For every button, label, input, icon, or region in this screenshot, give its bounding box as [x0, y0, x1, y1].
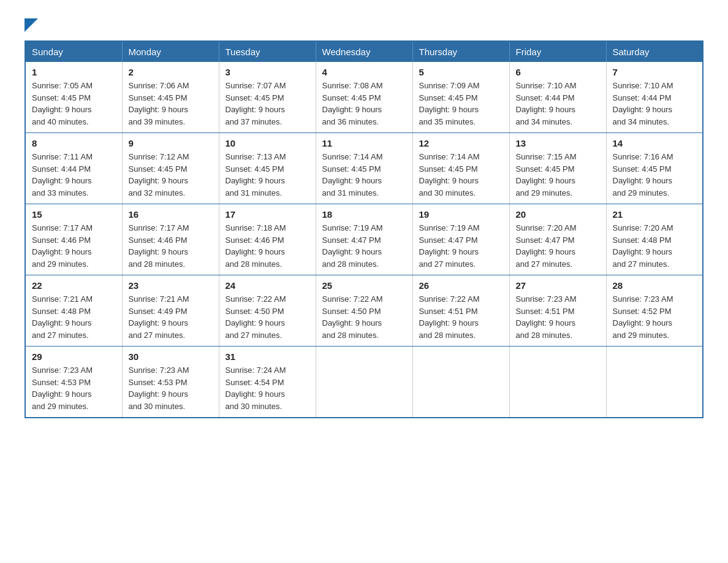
day-info: Sunrise: 7:06 AMSunset: 4:45 PMDaylight:…	[129, 80, 213, 128]
calendar-cell: 31Sunrise: 7:24 AMSunset: 4:54 PMDayligh…	[219, 347, 316, 418]
day-info: Sunrise: 7:21 AMSunset: 4:49 PMDaylight:…	[129, 293, 213, 341]
calendar-cell	[412, 347, 509, 418]
day-info: Sunrise: 7:23 AMSunset: 4:53 PMDaylight:…	[32, 364, 116, 412]
calendar-cell: 3Sunrise: 7:07 AMSunset: 4:45 PMDaylight…	[219, 62, 316, 133]
day-info: Sunrise: 7:10 AMSunset: 4:44 PMDaylight:…	[516, 80, 600, 128]
calendar-cell: 15Sunrise: 7:17 AMSunset: 4:46 PMDayligh…	[25, 204, 122, 275]
day-number: 16	[129, 209, 213, 220]
weekday-header-sunday: Sunday	[25, 41, 122, 62]
weekday-header-friday: Friday	[509, 41, 606, 62]
day-info: Sunrise: 7:15 AMSunset: 4:45 PMDaylight:…	[516, 151, 600, 199]
calendar-cell: 19Sunrise: 7:19 AMSunset: 4:47 PMDayligh…	[412, 204, 509, 275]
day-number: 10	[226, 138, 309, 148]
day-number: 19	[419, 209, 503, 220]
page-header	[25, 18, 703, 29]
day-number: 17	[226, 209, 309, 220]
calendar-cell: 12Sunrise: 7:14 AMSunset: 4:45 PMDayligh…	[412, 133, 509, 204]
day-info: Sunrise: 7:19 AMSunset: 4:47 PMDaylight:…	[419, 222, 503, 270]
day-info: Sunrise: 7:09 AMSunset: 4:45 PMDaylight:…	[419, 80, 503, 128]
day-info: Sunrise: 7:21 AMSunset: 4:48 PMDaylight:…	[32, 293, 116, 341]
day-number: 27	[516, 280, 600, 291]
day-number: 6	[516, 67, 600, 77]
day-info: Sunrise: 7:17 AMSunset: 4:46 PMDaylight:…	[32, 222, 116, 270]
calendar-cell: 5Sunrise: 7:09 AMSunset: 4:45 PMDaylight…	[412, 62, 509, 133]
calendar-cell	[316, 347, 412, 418]
calendar-cell: 1Sunrise: 7:05 AMSunset: 4:45 PMDaylight…	[25, 62, 122, 133]
logo-arrow-icon	[25, 18, 38, 32]
logo	[25, 18, 38, 29]
calendar-cell: 8Sunrise: 7:11 AMSunset: 4:44 PMDaylight…	[25, 133, 122, 204]
day-number: 13	[516, 138, 600, 148]
day-info: Sunrise: 7:22 AMSunset: 4:51 PMDaylight:…	[419, 293, 503, 341]
day-number: 25	[322, 280, 406, 291]
calendar-cell: 18Sunrise: 7:19 AMSunset: 4:47 PMDayligh…	[316, 204, 412, 275]
day-info: Sunrise: 7:11 AMSunset: 4:44 PMDaylight:…	[32, 151, 116, 199]
weekday-header-saturday: Saturday	[606, 41, 703, 62]
weekday-header-tuesday: Tuesday	[219, 41, 316, 62]
calendar-cell	[606, 347, 703, 418]
calendar-cell: 21Sunrise: 7:20 AMSunset: 4:48 PMDayligh…	[606, 204, 703, 275]
day-info: Sunrise: 7:10 AMSunset: 4:44 PMDaylight:…	[613, 80, 697, 128]
day-number: 29	[32, 351, 116, 362]
calendar-cell: 25Sunrise: 7:22 AMSunset: 4:50 PMDayligh…	[316, 275, 412, 347]
day-number: 12	[419, 138, 503, 148]
day-info: Sunrise: 7:20 AMSunset: 4:47 PMDaylight:…	[516, 222, 600, 270]
day-number: 26	[419, 280, 503, 291]
day-number: 5	[419, 67, 503, 77]
weekday-header-wednesday: Wednesday	[316, 41, 412, 62]
day-info: Sunrise: 7:23 AMSunset: 4:51 PMDaylight:…	[516, 293, 600, 341]
day-info: Sunrise: 7:08 AMSunset: 4:45 PMDaylight:…	[322, 80, 406, 128]
day-number: 4	[322, 67, 406, 77]
calendar-cell: 16Sunrise: 7:17 AMSunset: 4:46 PMDayligh…	[122, 204, 219, 275]
calendar-cell: 26Sunrise: 7:22 AMSunset: 4:51 PMDayligh…	[412, 275, 509, 347]
day-number: 7	[613, 67, 697, 77]
day-number: 8	[32, 138, 116, 148]
day-number: 14	[613, 138, 697, 148]
calendar-cell: 6Sunrise: 7:10 AMSunset: 4:44 PMDaylight…	[509, 62, 606, 133]
day-info: Sunrise: 7:18 AMSunset: 4:46 PMDaylight:…	[226, 222, 309, 270]
calendar-cell: 17Sunrise: 7:18 AMSunset: 4:46 PMDayligh…	[219, 204, 316, 275]
day-number: 15	[32, 209, 116, 220]
day-number: 20	[516, 209, 600, 220]
calendar-cell: 29Sunrise: 7:23 AMSunset: 4:53 PMDayligh…	[25, 347, 122, 418]
day-info: Sunrise: 7:22 AMSunset: 4:50 PMDaylight:…	[226, 293, 309, 341]
day-info: Sunrise: 7:14 AMSunset: 4:45 PMDaylight:…	[419, 151, 503, 199]
calendar-cell: 14Sunrise: 7:16 AMSunset: 4:45 PMDayligh…	[606, 133, 703, 204]
calendar-cell: 28Sunrise: 7:23 AMSunset: 4:52 PMDayligh…	[606, 275, 703, 347]
day-info: Sunrise: 7:12 AMSunset: 4:45 PMDaylight:…	[129, 151, 213, 199]
day-info: Sunrise: 7:20 AMSunset: 4:48 PMDaylight:…	[613, 222, 697, 270]
day-info: Sunrise: 7:23 AMSunset: 4:53 PMDaylight:…	[129, 364, 213, 412]
calendar-cell: 30Sunrise: 7:23 AMSunset: 4:53 PMDayligh…	[122, 347, 219, 418]
calendar-table: SundayMondayTuesdayWednesdayThursdayFrid…	[25, 40, 703, 418]
day-info: Sunrise: 7:19 AMSunset: 4:47 PMDaylight:…	[322, 222, 406, 270]
calendar-cell: 20Sunrise: 7:20 AMSunset: 4:47 PMDayligh…	[509, 204, 606, 275]
weekday-header-thursday: Thursday	[412, 41, 509, 62]
calendar-cell: 23Sunrise: 7:21 AMSunset: 4:49 PMDayligh…	[122, 275, 219, 347]
day-info: Sunrise: 7:24 AMSunset: 4:54 PMDaylight:…	[226, 364, 309, 412]
day-info: Sunrise: 7:16 AMSunset: 4:45 PMDaylight:…	[613, 151, 697, 199]
calendar-cell: 2Sunrise: 7:06 AMSunset: 4:45 PMDaylight…	[122, 62, 219, 133]
day-number: 1	[32, 67, 116, 77]
day-info: Sunrise: 7:13 AMSunset: 4:45 PMDaylight:…	[226, 151, 309, 199]
calendar-cell	[509, 347, 606, 418]
day-number: 21	[613, 209, 697, 220]
weekday-header-monday: Monday	[122, 41, 219, 62]
calendar-cell: 27Sunrise: 7:23 AMSunset: 4:51 PMDayligh…	[509, 275, 606, 347]
calendar-cell: 10Sunrise: 7:13 AMSunset: 4:45 PMDayligh…	[219, 133, 316, 204]
day-number: 3	[226, 67, 309, 77]
calendar-cell: 11Sunrise: 7:14 AMSunset: 4:45 PMDayligh…	[316, 133, 412, 204]
calendar-cell: 9Sunrise: 7:12 AMSunset: 4:45 PMDaylight…	[122, 133, 219, 204]
day-number: 11	[322, 138, 406, 148]
day-info: Sunrise: 7:07 AMSunset: 4:45 PMDaylight:…	[226, 80, 309, 128]
day-number: 23	[129, 280, 213, 291]
day-number: 28	[613, 280, 697, 291]
calendar-cell: 22Sunrise: 7:21 AMSunset: 4:48 PMDayligh…	[25, 275, 122, 347]
day-info: Sunrise: 7:05 AMSunset: 4:45 PMDaylight:…	[32, 80, 116, 128]
day-number: 2	[129, 67, 213, 77]
day-number: 31	[226, 351, 309, 362]
calendar-cell: 13Sunrise: 7:15 AMSunset: 4:45 PMDayligh…	[509, 133, 606, 204]
calendar-cell: 7Sunrise: 7:10 AMSunset: 4:44 PMDaylight…	[606, 62, 703, 133]
day-number: 22	[32, 280, 116, 291]
svg-marker-0	[25, 18, 38, 32]
calendar-cell: 4Sunrise: 7:08 AMSunset: 4:45 PMDaylight…	[316, 62, 412, 133]
